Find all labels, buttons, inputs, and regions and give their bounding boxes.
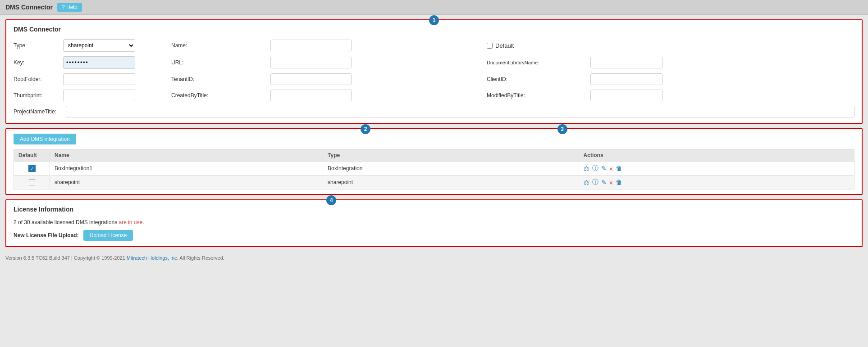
- table-row: sharepoint sharepoint ⚖ ⓘ ✎ ⨰ 🗑: [14, 176, 854, 189]
- modified-by-title-label: ModifiedByTitle:: [487, 92, 590, 99]
- url-input[interactable]: [270, 57, 352, 68]
- type-label: Type:: [14, 42, 63, 49]
- url-label: URL:: [171, 59, 270, 66]
- integrations-table: Default Name Type Actions ✓ BoxIntegrati…: [14, 149, 854, 189]
- actions-cell: ⚖ ⓘ ✎ ⨰ 🗑: [579, 162, 854, 176]
- default-checkbox-row: Default: [487, 42, 590, 49]
- license-title: License Information: [14, 206, 854, 213]
- step-badge-1: 1: [429, 15, 439, 25]
- key-input[interactable]: [63, 56, 135, 69]
- license-info-text: 2 of 30 available licensed DMS integrati…: [14, 219, 854, 225]
- help-button[interactable]: ? Help: [57, 3, 82, 12]
- dms-integration-panel: 2 3 Add DMS integration Default Name Typ…: [5, 128, 863, 195]
- default-cell: [14, 176, 50, 189]
- flask-icon[interactable]: ⚖: [584, 165, 589, 172]
- project-name-input[interactable]: [66, 106, 854, 117]
- in-use-text: are in use.: [119, 219, 144, 225]
- col-header-default: Default: [14, 149, 50, 162]
- edit-icon[interactable]: ✎: [601, 179, 607, 186]
- footer-text: Version 6.3.5 TC62 Build 347 | Copyright…: [5, 255, 125, 261]
- app-title: DMS Connector: [5, 4, 53, 11]
- main-content: 1 DMS Connector Type: sharepoint Name: D…: [0, 15, 868, 252]
- created-by-title-label: CreatedByTitle:: [171, 92, 270, 99]
- actions-cell: ⚖ ⓘ ✎ ⨰ 🗑: [579, 176, 854, 189]
- unchecked-icon[interactable]: [29, 179, 35, 185]
- action-icons-row2: ⚖ ⓘ ✎ ⨰ 🗑: [584, 178, 850, 186]
- info-icon[interactable]: ⓘ: [592, 164, 598, 172]
- license-upload-row: New License File Upload: Upload License: [14, 230, 854, 241]
- step-badge-4: 4: [326, 195, 336, 205]
- new-license-label: New License File Upload:: [14, 232, 79, 239]
- header-bar: DMS Connector ? Help: [0, 0, 868, 15]
- type-select[interactable]: sharepoint: [63, 39, 135, 52]
- cancel-icon[interactable]: ⨰: [609, 165, 613, 172]
- default-cell: ✓: [14, 162, 50, 176]
- created-by-title-input[interactable]: [270, 90, 352, 101]
- step-badge-2: 2: [361, 124, 370, 134]
- type-cell: sharepoint: [323, 176, 579, 189]
- license-panel: 4 License Information 2 of 30 available …: [5, 199, 863, 247]
- project-name-label: ProjectNameTitle:: [14, 108, 63, 115]
- footer: Version 6.3.5 TC62 Build 347 | Copyright…: [0, 252, 868, 264]
- tenant-id-input[interactable]: [270, 73, 352, 85]
- flask-icon[interactable]: ⚖: [584, 179, 589, 186]
- name-cell: sharepoint: [50, 176, 323, 189]
- delete-icon[interactable]: 🗑: [616, 179, 622, 186]
- dms-connector-panel: 1 DMS Connector Type: sharepoint Name: D…: [5, 19, 863, 124]
- thumbprint-input[interactable]: [63, 90, 135, 101]
- modified-by-title-input[interactable]: [590, 90, 662, 101]
- cancel-icon[interactable]: ⨰: [609, 179, 613, 186]
- table-row: ✓ BoxIntegration1 BoxIntegration ⚖ ⓘ ✎ ⨰…: [14, 162, 854, 176]
- doc-library-input[interactable]: [590, 57, 662, 68]
- name-cell: BoxIntegration1: [50, 162, 323, 176]
- upload-license-button[interactable]: Upload License: [83, 230, 133, 241]
- action-icons-row1: ⚖ ⓘ ✎ ⨰ 🗑: [584, 164, 850, 172]
- key-label: Key:: [14, 59, 63, 66]
- doc-library-label: DocumentLibraryName:: [487, 60, 590, 65]
- root-folder-input[interactable]: [63, 73, 135, 85]
- client-id-input[interactable]: [590, 73, 662, 85]
- edit-icon[interactable]: ✎: [601, 165, 607, 172]
- client-id-label: ClientID:: [487, 76, 590, 82]
- tenant-id-label: TenantID:: [171, 76, 270, 82]
- root-folder-label: RootFolder:: [14, 76, 63, 82]
- dms-connector-title: DMS Connector: [14, 26, 854, 33]
- footer-link[interactable]: Mitratech Holdings, Inc.: [127, 255, 178, 261]
- default-label: Default: [495, 42, 514, 49]
- col-header-actions: Actions: [579, 149, 854, 162]
- type-cell: BoxIntegration: [323, 162, 579, 176]
- name-label: Name:: [171, 42, 270, 49]
- delete-icon[interactable]: 🗑: [616, 165, 622, 172]
- thumbprint-label: Thumbprint:: [14, 92, 63, 99]
- checked-icon[interactable]: ✓: [28, 165, 36, 172]
- default-checkbox[interactable]: [487, 43, 493, 49]
- name-input[interactable]: [270, 40, 352, 51]
- col-header-type: Type: [323, 149, 579, 162]
- add-dms-integration-button[interactable]: Add DMS integration: [14, 134, 76, 144]
- info-icon[interactable]: ⓘ: [592, 178, 598, 186]
- step-badge-3: 3: [557, 124, 567, 134]
- col-header-name: Name: [50, 149, 323, 162]
- footer-text-end: All Rights Reserved.: [179, 255, 224, 261]
